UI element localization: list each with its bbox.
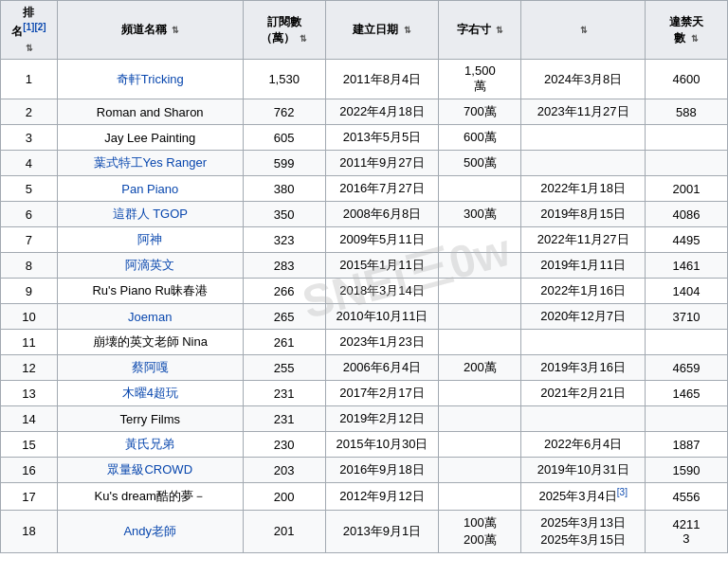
cell-name[interactable]: Andy老師: [57, 510, 243, 552]
cell-name[interactable]: 奇軒Tricking: [57, 60, 243, 99]
cell-date2: [521, 125, 646, 151]
channel-link[interactable]: 眾量級CROWD: [107, 462, 192, 477]
cell-subs: 201: [243, 510, 325, 552]
cell-name[interactable]: 木曜4超玩: [57, 381, 243, 406]
cell-subcount: 700萬: [439, 99, 521, 125]
channel-link[interactable]: Joeman: [128, 310, 172, 324]
cell-created: 2023年1月23日: [325, 330, 439, 355]
table-row: 8阿滴英文2832015年1月11日2019年1月11日1461: [1, 253, 728, 279]
header-subs: 訂閱數（萬） ⇅: [243, 1, 325, 60]
cell-created: 2017年2月17日: [325, 381, 439, 406]
cell-subs: 265: [243, 304, 325, 330]
header-days: 違禁天數 ⇅: [645, 1, 727, 60]
cell-days: 4495: [645, 227, 727, 253]
cell-name[interactable]: 蔡阿嘎: [57, 355, 243, 381]
cell-rank: 17: [1, 483, 58, 510]
cell-subs: 762: [243, 99, 325, 125]
cell-days: 4659: [645, 355, 727, 381]
sort-arrows-name[interactable]: ⇅: [172, 25, 179, 37]
cell-date2: [521, 151, 646, 176]
cell-subcount: 1,500萬: [439, 60, 521, 99]
cell-days: 1465: [645, 381, 727, 406]
cell-date2: 2023年11月27日: [521, 99, 646, 125]
cell-created: 2019年2月12日: [325, 406, 439, 432]
cell-subs: 231: [243, 381, 325, 406]
table-row: 11崩壊的英文老師 Nina2612023年1月23日: [1, 330, 728, 355]
cell-created: 2015年10月30日: [325, 432, 439, 458]
cell-rank: 3: [1, 125, 58, 151]
channel-link[interactable]: 黃氏兄弟: [125, 437, 174, 451]
cell-rank: 6: [1, 202, 58, 227]
cell-date2: 2019年3月16日: [521, 355, 646, 381]
table-row: 18Andy老師2012013年9月1日100萬200萬2025年3月13日20…: [1, 510, 728, 552]
cell-rank: 8: [1, 253, 58, 279]
cell-created: 2008年6月8日: [325, 202, 439, 227]
cell-date2: [521, 330, 646, 355]
cell-subs: 283: [243, 253, 325, 279]
cell-subs: 231: [243, 406, 325, 432]
cell-days: 1404: [645, 279, 727, 304]
cell-subs: 1,530: [243, 60, 325, 99]
channel-link[interactable]: 這群人 TGOP: [113, 207, 188, 221]
sort-arrows-days[interactable]: ⇅: [691, 33, 699, 45]
cell-subs: 599: [243, 151, 325, 176]
cell-subcount: 300萬: [439, 202, 521, 227]
cell-days: 1590: [645, 458, 727, 483]
cell-subcount: [439, 381, 521, 406]
cell-created: 2011年8月4日: [325, 60, 439, 99]
table-row: 17Ku's dream酷的夢－2002012年9月12日2025年3月4日[3…: [1, 483, 728, 510]
table-row: 6這群人 TGOP3502008年6月8日300萬2019年8月15日4086: [1, 202, 728, 227]
table-row: 14Terry Films2312019年2月12日: [1, 406, 728, 432]
cell-created: 2010年10月11日: [325, 304, 439, 330]
channel-link[interactable]: Andy老師: [123, 524, 176, 538]
cell-name[interactable]: 葉式特工Yes Ranger: [57, 151, 243, 176]
sort-arrows-created[interactable]: ⇅: [404, 25, 411, 37]
cell-date2: 2025年3月4日[3]: [521, 483, 646, 510]
cell-subs: 323: [243, 227, 325, 253]
cell-date2: 2020年12月7日: [521, 304, 646, 330]
cell-rank: 9: [1, 279, 58, 304]
table-row: 10Joeman2652010年10月11日2020年12月7日3710: [1, 304, 728, 330]
cell-name[interactable]: 黃氏兄弟: [57, 432, 243, 458]
cell-name[interactable]: 阿滴英文: [57, 253, 243, 279]
cell-date2: 2025年3月13日2025年3月15日: [521, 510, 646, 552]
sort-arrows-rank[interactable]: ⇅: [26, 43, 33, 55]
cell-name[interactable]: 眾量級CROWD: [57, 458, 243, 483]
channel-link[interactable]: 蔡阿嘎: [132, 360, 169, 374]
cell-subs: 200: [243, 483, 325, 510]
cell-name[interactable]: Pan Piano: [57, 176, 243, 202]
cell-name: Ku's dream酷的夢－: [57, 483, 243, 510]
cell-name[interactable]: 這群人 TGOP: [57, 202, 243, 227]
cell-created: 2009年5月11日: [325, 227, 439, 253]
cell-rank: 5: [1, 176, 58, 202]
cell-name: Ru's Piano Ru昧春港: [57, 279, 243, 304]
channel-link[interactable]: 木曜4超玩: [122, 386, 178, 400]
cell-rank: 2: [1, 99, 58, 125]
cell-created: 2006年6月4日: [325, 355, 439, 381]
channel-link[interactable]: 奇軒Tricking: [117, 72, 184, 86]
cell-days: 1461: [645, 253, 727, 279]
sort-arrows-subs[interactable]: ⇅: [300, 33, 307, 45]
channel-link[interactable]: 阿神: [137, 232, 162, 246]
sort-arrows-date2[interactable]: ⇅: [580, 25, 588, 37]
cell-name: 崩壊的英文老師 Nina: [57, 330, 243, 355]
cell-subcount: [439, 176, 521, 202]
cell-date2: 2019年10月31日: [521, 458, 646, 483]
table-wrapper: SNEi三0w 排名[1][2] ⇅ 頻道名稱 ⇅ 訂閱數（萬） ⇅: [0, 0, 728, 553]
channel-link[interactable]: 葉式特工Yes Ranger: [94, 155, 207, 170]
cell-date2: 2024年3月8日: [521, 60, 646, 99]
cell-rank: 14: [1, 406, 58, 432]
cell-date2: 2022年6月4日: [521, 432, 646, 458]
cell-name[interactable]: 阿神: [57, 227, 243, 253]
cell-created: 2018年3月14日: [325, 279, 439, 304]
table-row: 15黃氏兄弟2302015年10月30日2022年6月4日1887: [1, 432, 728, 458]
cell-subs: 261: [243, 330, 325, 355]
channel-link[interactable]: 阿滴英文: [125, 258, 174, 272]
cell-subcount: 200萬: [439, 355, 521, 381]
cell-subcount: [439, 227, 521, 253]
table-row: 5Pan Piano3802016年7月27日2022年1月18日2001: [1, 176, 728, 202]
sort-arrows-subcount[interactable]: ⇅: [496, 25, 503, 37]
cell-name[interactable]: Joeman: [57, 304, 243, 330]
cell-created: 2016年7月27日: [325, 176, 439, 202]
channel-link[interactable]: Pan Piano: [121, 182, 178, 196]
